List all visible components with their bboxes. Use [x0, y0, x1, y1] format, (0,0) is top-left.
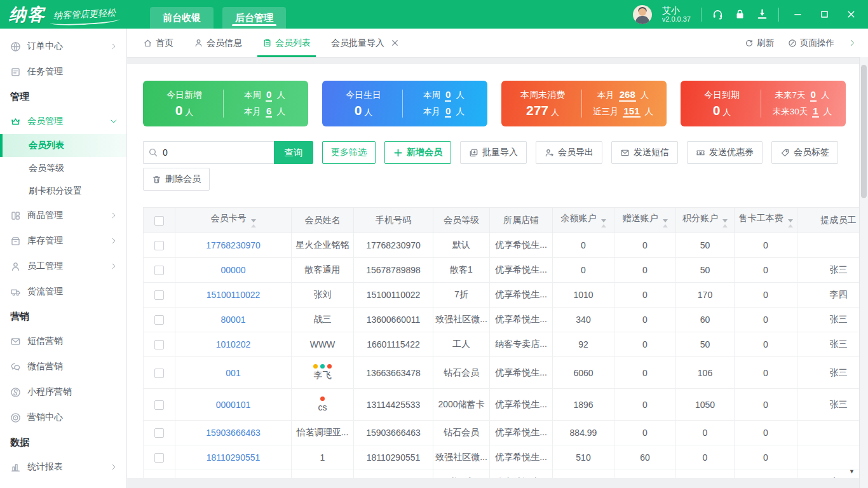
- chevron-right-icon[interactable]: [848, 39, 857, 47]
- sidebar-section-数据: 数据: [0, 430, 126, 454]
- member-card-link[interactable]: 1010202: [216, 339, 251, 349]
- delete-member-button[interactable]: 删除会员: [143, 168, 210, 191]
- 发送短信-button[interactable]: 发送短信: [611, 141, 678, 164]
- add-member-button[interactable]: 新增会员: [384, 141, 451, 164]
- select-all-checkbox[interactable]: [154, 216, 164, 226]
- sidebar-item-订单中心[interactable]: 订单中心: [0, 34, 126, 59]
- column-header-phone[interactable]: 手机号码: [354, 208, 433, 233]
- row-checkbox[interactable]: [154, 453, 164, 463]
- chart-icon: [10, 462, 21, 473]
- sidebar-item-小程序营销[interactable]: 小程序营销: [0, 379, 126, 405]
- stat-sub-value[interactable]: 0: [266, 90, 272, 102]
- column-header-points[interactable]: 积分账户: [676, 208, 735, 233]
- member-card-link[interactable]: 0000101: [216, 400, 251, 410]
- scrollbar-thumb[interactable]: [861, 65, 867, 198]
- member-card-link[interactable]: 80001: [221, 315, 246, 325]
- sidebar-item-刷卡积分设置[interactable]: 刷卡积分设置: [0, 180, 126, 203]
- sort-icon[interactable]: [601, 219, 606, 227]
- 会员标签-button[interactable]: 会员标签: [771, 141, 838, 164]
- window-maximize-button[interactable]: [816, 6, 832, 23]
- sidebar-item-任务管理[interactable]: 任务管理: [0, 59, 126, 85]
- stat-sub-value[interactable]: 0: [810, 90, 817, 102]
- stat-sub-value[interactable]: 151: [623, 106, 640, 118]
- stat-sub-value[interactable]: 0: [445, 106, 451, 118]
- row-checkbox[interactable]: [154, 400, 164, 410]
- sidebar-item-会员管理[interactable]: 会员管理: [0, 109, 126, 134]
- nav-tab-前台收银[interactable]: 前台收银: [150, 7, 214, 29]
- row-checkbox[interactable]: [154, 266, 164, 275]
- stat-sub-value[interactable]: 268: [619, 90, 636, 102]
- cell-store: 优享希悦生...: [490, 283, 553, 308]
- sidebar-item-cutoff[interactable]: [0, 480, 126, 488]
- sidebar-item-商品管理[interactable]: 商品管理: [0, 203, 126, 228]
- cell-points: 0: [676, 445, 735, 470]
- sidebar-item-微信营销[interactable]: 微信营销: [0, 354, 126, 379]
- sort-icon[interactable]: [788, 219, 793, 227]
- brand-area: 纳客 纳客管店更轻松: [0, 3, 150, 26]
- 会员导出-button[interactable]: 会员导出: [536, 141, 602, 164]
- row-checkbox[interactable]: [154, 290, 164, 300]
- sidebar-item-库存管理[interactable]: 库存管理: [0, 228, 126, 254]
- page-actions-button[interactable]: 页面操作: [788, 37, 834, 49]
- query-button[interactable]: 查询: [274, 141, 313, 164]
- column-header-name[interactable]: 会员姓名: [292, 208, 354, 233]
- cell-phone: 13114425533: [354, 389, 433, 421]
- column-header-gift[interactable]: 赠送账户: [614, 208, 676, 233]
- tab-会员列表[interactable]: 会员列表: [262, 29, 311, 57]
- lock-icon[interactable]: [734, 8, 746, 20]
- sort-icon[interactable]: [251, 219, 256, 227]
- sidebar-item-短信营销[interactable]: 短信营销: [0, 329, 126, 354]
- sidebar-item-会员列表[interactable]: 会员列表: [0, 134, 126, 157]
- download-icon[interactable]: [756, 8, 768, 20]
- home-icon: [143, 38, 153, 48]
- avatar[interactable]: [633, 5, 652, 24]
- column-header-level[interactable]: 会员等级: [433, 208, 490, 233]
- sidebar-item-货流管理[interactable]: 货流管理: [0, 279, 126, 304]
- member-card-link[interactable]: 18110290551: [207, 452, 261, 463]
- window-minimize-button[interactable]: [789, 6, 806, 23]
- column-header-store[interactable]: 所属店铺: [490, 208, 553, 233]
- column-header-card[interactable]: 会员卡号: [175, 208, 292, 233]
- customer-service-icon[interactable]: [712, 8, 724, 20]
- row-checkbox[interactable]: [154, 369, 164, 378]
- sort-icon[interactable]: [663, 219, 668, 227]
- sidebar-item-label: 统计报表: [27, 461, 63, 473]
- window-close-button[interactable]: [843, 6, 859, 23]
- stat-sub-value[interactable]: 1: [812, 106, 818, 118]
- member-card-link[interactable]: 00000: [221, 265, 246, 275]
- search-input[interactable]: [143, 141, 274, 164]
- nav-tab-后台管理[interactable]: 后台管理: [222, 7, 286, 29]
- stat-sub-value[interactable]: 6: [266, 106, 272, 118]
- sidebar-item-统计报表[interactable]: 统计报表: [0, 454, 126, 480]
- 批量导入-button[interactable]: 批量导入: [460, 141, 527, 164]
- sidebar-item-营销中心[interactable]: 营销中心: [0, 405, 126, 430]
- tab-会员批量导入[interactable]: 会员批量导入: [331, 29, 400, 57]
- row-checkbox[interactable]: [154, 241, 164, 250]
- sidebar-item-会员等级[interactable]: 会员等级: [0, 157, 126, 180]
- member-card-link[interactable]: 001: [226, 368, 240, 378]
- cell-gift: 0: [614, 357, 676, 389]
- vertical-scrollbar[interactable]: [859, 57, 868, 488]
- member-card-link[interactable]: 17768230970: [206, 240, 261, 250]
- row-checkbox[interactable]: [154, 315, 164, 325]
- table-scroll-down-arrow[interactable]: ▼: [849, 468, 855, 475]
- member-card-link[interactable]: 15903666463: [206, 428, 261, 438]
- row-checkbox[interactable]: [154, 340, 164, 349]
- more-filters-button[interactable]: 更多筛选: [322, 141, 376, 164]
- 发送优惠券-button[interactable]: 发送优惠券: [687, 141, 763, 164]
- member-card-link[interactable]: 206: [226, 477, 240, 478]
- stat-sub-value[interactable]: 0: [445, 90, 451, 102]
- cell-card: 17768230970: [175, 233, 292, 258]
- column-header-fee[interactable]: 售卡工本费: [735, 208, 797, 233]
- cell-name: cs: [292, 389, 354, 421]
- sort-icon[interactable]: [722, 219, 728, 227]
- member-card-link[interactable]: 15100110022: [207, 290, 261, 300]
- refresh-button[interactable]: 刷新: [745, 37, 774, 49]
- tab-首页[interactable]: 首页: [143, 29, 173, 57]
- sidebar-item-员工管理[interactable]: 员工管理: [0, 254, 126, 279]
- column-header-balance[interactable]: 余额账户: [553, 208, 614, 233]
- tab-会员信息[interactable]: 会员信息: [194, 29, 242, 57]
- header-right: 艾小 v2.0.0.37: [633, 5, 868, 24]
- row-checkbox[interactable]: [154, 428, 164, 438]
- column-header-staff[interactable]: 提成员工: [797, 208, 860, 233]
